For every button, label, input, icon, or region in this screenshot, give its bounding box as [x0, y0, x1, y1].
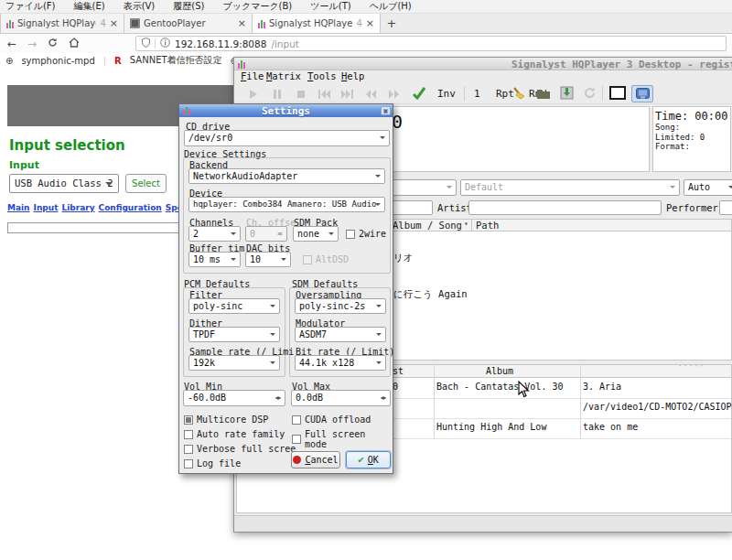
menu-bookmarks[interactable]: ブックマーク(B) [222, 0, 292, 13]
sample-rate-combo[interactable]: 192k [188, 355, 280, 371]
display-mode-button[interactable] [631, 85, 653, 102]
fullscreen-monitor-icon[interactable] [609, 86, 626, 103]
link-main[interactable]: Main [7, 203, 30, 212]
menu-edit[interactable]: 編集(E) [74, 0, 105, 13]
log-file-checkbox[interactable]: Log file [184, 458, 241, 468]
menu-tools[interactable]: ツール(T) [310, 0, 350, 13]
cell-path[interactable]: /var/video1/CD-MOTO2/CASIOPEA/20 [583, 402, 732, 412]
tree-row[interactable]: リオ [393, 252, 414, 264]
bookmark-symphonic-mpd[interactable]: symphonic-mpd [21, 56, 94, 66]
artist-field[interactable] [468, 200, 662, 215]
shield-icon[interactable] [142, 38, 150, 49]
forward-button[interactable]: → [27, 38, 37, 50]
tree-col-album-song[interactable]: Album / Song [393, 220, 462, 231]
save-icon[interactable] [560, 86, 574, 103]
tree-row[interactable]: に行こう Again [393, 288, 468, 301]
sdm-pack-combo[interactable]: none [293, 226, 339, 242]
buffer-time-combo[interactable]: 10 ms [188, 252, 241, 267]
stop-icon[interactable] [295, 87, 307, 104]
new-tab-button[interactable]: + [381, 14, 403, 33]
menu-matrix[interactable]: Matrix [266, 70, 301, 81]
full-screen-mode-checkbox[interactable]: Full screen mode [292, 429, 393, 449]
channel-offset-spinner[interactable]: 0 [245, 226, 287, 242]
menu-history[interactable]: 履歴(S) [173, 0, 204, 13]
previous-track-icon[interactable] [317, 87, 331, 104]
menu-tools[interactable]: Tools [307, 70, 337, 81]
bit-rate-value: 44.1k x128 [299, 358, 354, 368]
menu-file[interactable]: File [241, 70, 264, 81]
multicore-dsp-checkbox[interactable]: Multicore DSP [184, 415, 268, 425]
fast-forward-icon[interactable] [388, 87, 401, 104]
open-folder-icon[interactable] [536, 86, 551, 103]
vol-max-spinner[interactable]: 0.0dB [291, 390, 391, 406]
apply-check-icon[interactable] [411, 85, 427, 104]
menu-view[interactable]: 表示(V) [124, 0, 156, 13]
hqplayer-titlebar[interactable]: Signalyst HQPlayer 3 Desktop - register [234, 58, 732, 70]
bit-rate-combo[interactable]: 44.1k x128 [295, 355, 386, 371]
ok-button[interactable]: ✔ OK [346, 451, 391, 468]
verbose-checkbox[interactable]: Verbose full scree [184, 444, 296, 454]
input-device-value: USB Audio Class 2 [15, 178, 113, 188]
menu-file[interactable]: ファイル(F) [5, 0, 56, 13]
next-track-icon[interactable] [340, 87, 355, 104]
cell-song[interactable]: 3. Aria [583, 382, 621, 392]
link-input[interactable]: Input [34, 203, 59, 212]
tab-close-icon[interactable]: × [110, 17, 118, 29]
menu-help[interactable]: Help [341, 70, 364, 81]
pcm-filter-combo[interactable]: poly-sinc [188, 298, 280, 314]
tab-hqplayer-1[interactable]: Signalyst HQPlayer 4 × [0, 14, 124, 33]
device-combo[interactable]: hqplayer: Combo384 Amanero: USB Audio [188, 197, 385, 212]
back-button[interactable]: ← [7, 38, 16, 50]
cuda-offload-checkbox[interactable]: CUDA offload [292, 415, 371, 425]
menu-help[interactable]: ヘルプ(H) [370, 0, 412, 13]
tab-close-icon[interactable]: × [238, 17, 246, 29]
rewind-icon[interactable] [364, 87, 377, 104]
link-configuration[interactable]: Configuration [99, 203, 162, 212]
cancel-button[interactable]: Cancel [291, 451, 340, 468]
reload-icon[interactable] [48, 38, 58, 50]
repeat-one-button[interactable]: 1 [474, 88, 480, 100]
info-icon[interactable] [160, 38, 170, 49]
ok-check-icon: ✔ [358, 454, 364, 466]
column-divider[interactable] [471, 220, 472, 232]
play-icon[interactable] [247, 87, 260, 104]
altdsd-checkbox[interactable]: AltDSD [303, 254, 349, 264]
performer-field[interactable] [719, 200, 732, 215]
invert-button[interactable]: Inv [437, 88, 456, 100]
pause-icon[interactable] [271, 87, 284, 104]
2wire-checkbox[interactable]: 2wire [346, 229, 386, 239]
tab-close-icon[interactable]: × [366, 17, 374, 29]
clear-playlist-icon[interactable] [511, 86, 526, 104]
select-button[interactable]: Select [125, 174, 167, 193]
backend-combo[interactable]: NetworkAudioAdapter [188, 168, 385, 184]
cell-album[interactable]: Hunting High And Low [436, 422, 546, 432]
splitter-handle-icon[interactable]: ····· [678, 362, 705, 371]
dither-combo[interactable]: TPDF [188, 327, 280, 342]
bookmark-sannet[interactable]: SANNET着信拒否設定 [130, 54, 222, 67]
cell-song[interactable]: take on me [583, 422, 638, 432]
table-col-artist-partial[interactable]: st [393, 366, 404, 376]
vol-min-spinner[interactable]: -60.0dB [183, 390, 285, 406]
channels-combo[interactable]: 2 [188, 226, 241, 242]
tree-col-path[interactable]: Path [476, 220, 499, 231]
home-icon[interactable] [69, 38, 80, 50]
close-icon[interactable]: × [381, 106, 391, 115]
oversampling-combo[interactable]: poly-sinc-2s [295, 298, 386, 314]
tab-title: Signalyst HQPlayer [269, 18, 352, 28]
preset-combo[interactable]: Default [460, 179, 680, 196]
refresh-icon[interactable] [583, 86, 597, 103]
dac-bits-combo[interactable]: 10 [245, 252, 291, 267]
settings-titlebar[interactable]: Settings × [179, 104, 393, 117]
input-device-select[interactable]: USB Audio Class 2 [9, 174, 119, 193]
url-bar[interactable]: 192.168.11.9:8088/input [135, 36, 727, 51]
cell-album[interactable]: Bach - Cantatas Vol. 30 [436, 382, 563, 392]
auto-rate-family-checkbox[interactable]: Auto rate family [184, 429, 285, 439]
table-col-album[interactable]: Album [486, 366, 513, 376]
link-library[interactable]: Library [61, 203, 94, 212]
tab-hqplayer-2[interactable]: Signalyst HQPlayer 4 × [253, 14, 381, 33]
modulator-combo[interactable]: ASDM7 [295, 327, 386, 342]
auto-combo[interactable]: Auto [684, 179, 732, 196]
time-label: Time: [655, 110, 688, 123]
tab-gentooplayer[interactable]: GentooPlayer × [124, 14, 253, 33]
cd-drive-combo[interactable]: /dev/sr0 [184, 130, 390, 146]
